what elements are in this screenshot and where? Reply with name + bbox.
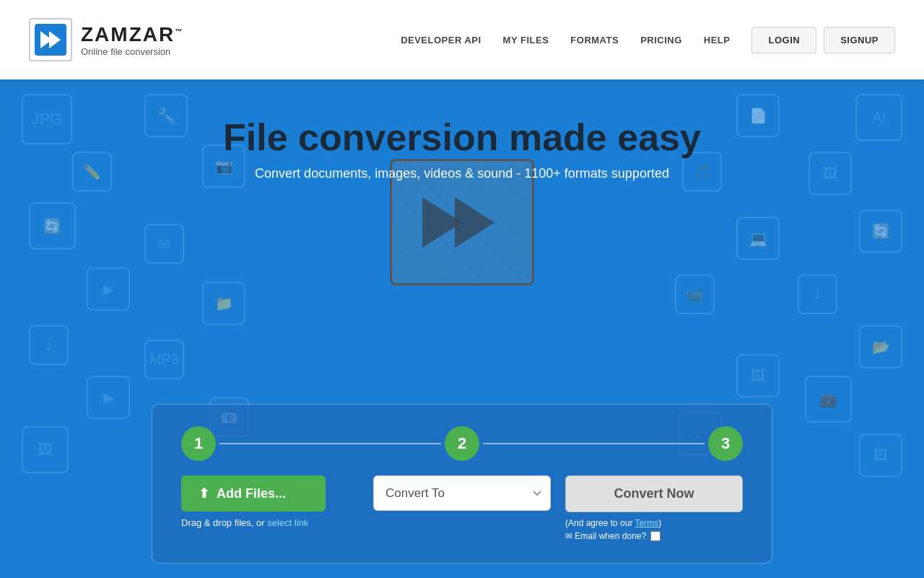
logo-text: ZAMZAR™ Online file conversion xyxy=(81,23,183,57)
bg-icon-img4: 🖼 xyxy=(736,354,780,397)
login-button[interactable]: LOGIN xyxy=(751,27,816,53)
convert-to-select[interactable]: Convert To PDF JPG PNG MP4 MP3 DOCX xyxy=(373,475,551,511)
bg-icon-wrench: 🔧 xyxy=(144,94,188,137)
bg-icon-img2: 🖼 xyxy=(808,152,852,195)
upload-icon: ⬆ xyxy=(199,486,209,501)
bg-icon-refresh2: 🔄 xyxy=(859,210,902,253)
navbar: ZAMZAR™ Online file conversion DEVELOPER… xyxy=(0,0,924,79)
play-arrows xyxy=(430,197,494,248)
nav-buttons: LOGIN SIGNUP xyxy=(751,27,895,53)
bg-icon-doc: 📄 xyxy=(736,94,780,137)
email-label: ✉ Email when done? xyxy=(565,531,646,541)
bg-icon-mp3: MP3 xyxy=(144,340,184,379)
arrow-2 xyxy=(455,197,494,248)
bg-icon-pen: ✏️ xyxy=(72,152,112,191)
step-2-circle: 2 xyxy=(445,426,479,461)
actions-row: ⬆ Add Files... Drag & drop files, or sel… xyxy=(181,475,743,541)
logo-name: ZAMZAR™ xyxy=(81,23,183,46)
steps-row: 1 2 3 xyxy=(181,426,743,461)
bg-icon-jpg: JPG xyxy=(22,94,72,144)
signup-button[interactable]: SIGNUP xyxy=(824,27,895,53)
bg-icon-music2: ♪ xyxy=(798,275,837,314)
bg-icon-email: ✉ xyxy=(144,224,184,264)
step-3-circle: 3 xyxy=(708,426,743,461)
nav-formats[interactable]: FORMATS xyxy=(570,35,619,46)
nav-developer-api[interactable]: DEVELOPER API xyxy=(401,35,481,46)
step-1-circle: 1 xyxy=(181,426,216,461)
hero-subtitle: Convert documents, images, videos & soun… xyxy=(255,166,669,181)
bg-icon-play: ▶ xyxy=(87,267,130,311)
bg-icon-ai: Ai xyxy=(855,94,902,141)
step2-area: Convert To PDF JPG PNG MP4 MP3 DOCX xyxy=(373,475,551,511)
bg-icon-vid: 📹 xyxy=(675,275,715,314)
logo-icon xyxy=(29,18,72,61)
hero-title: File conversion made easy xyxy=(223,116,701,159)
bg-icon-youtube: ▶ xyxy=(87,376,130,419)
nav-my-files[interactable]: MY FILES xyxy=(503,35,549,46)
terms-link[interactable]: Terms xyxy=(635,518,659,528)
step-line-2 xyxy=(483,443,705,444)
drag-drop-text: Drag & drop files, or select link xyxy=(181,517,308,528)
nav-help[interactable]: HELP xyxy=(704,35,731,46)
select-link[interactable]: select link xyxy=(267,517,308,528)
bg-icon-laptop: 💻 xyxy=(736,217,780,260)
nav-pricing[interactable]: PRICING xyxy=(640,35,682,46)
add-files-label: Add Files... xyxy=(217,486,286,501)
nav-links: DEVELOPER API MY FILES FORMATS PRICING H… xyxy=(401,35,730,46)
conversion-widget: 1 2 3 ⬆ Add Files... Drag & drop files, … xyxy=(152,404,772,564)
bg-icon-ds: 📁 xyxy=(202,282,245,325)
step-line-1 xyxy=(219,443,441,444)
bg-icon-refresh: 🔄 xyxy=(29,202,76,249)
bg-icon-folder: 📂 xyxy=(859,325,902,368)
logo-subtitle: Online file conversion xyxy=(81,46,183,57)
hero-section: JPG ✏️ 🔄 ▶ ♪ ▶ 🖼 🔧 📷 ✉ 📁 MP3 📧 Ai 🖼 🔄 ♪ … xyxy=(0,79,924,578)
email-checkbox[interactable] xyxy=(650,531,661,541)
agree-text: (And agree to our Terms) xyxy=(565,518,743,528)
email-row: ✉ Email when done? xyxy=(565,531,743,541)
bg-icon-img3: 🖼 xyxy=(859,434,902,477)
logo-area: ZAMZAR™ Online file conversion xyxy=(29,18,183,61)
convert-now-button[interactable]: Convert Now xyxy=(565,475,743,512)
bg-icon-music: ♪ xyxy=(29,325,69,365)
step3-area: Convert Now (And agree to our Terms) ✉ E… xyxy=(565,475,743,541)
step1-area: ⬆ Add Files... Drag & drop files, or sel… xyxy=(181,475,359,528)
bg-icon-img: 🖼 xyxy=(22,426,69,473)
add-files-button[interactable]: ⬆ Add Files... xyxy=(181,475,326,512)
bg-icon-briefcase: 💼 xyxy=(805,376,852,423)
